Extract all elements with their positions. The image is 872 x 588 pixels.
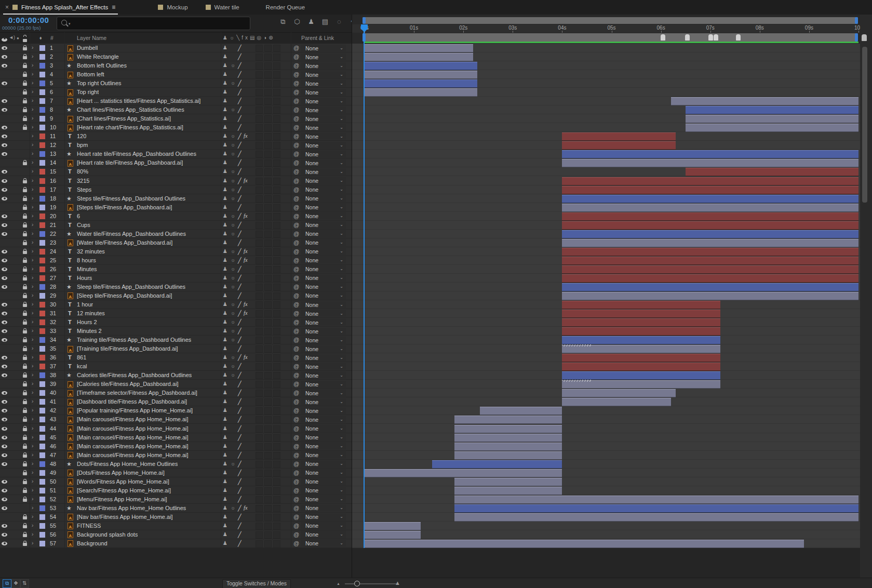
switch-cell-empty[interactable] [256, 186, 263, 194]
panel-tab-fitness-app-splash-after-effects[interactable]: ×Fitness App Splash_After Effects≡ [5, 0, 115, 15]
switch-cell-empty[interactable] [264, 310, 272, 317]
shy-switch-icon[interactable]: ♟ [223, 194, 227, 203]
lock-toggle[interactable] [23, 543, 27, 546]
lock-toggle[interactable] [23, 180, 27, 183]
expand-chevron-icon[interactable]: › [32, 221, 33, 229]
switch-cell-empty[interactable] [264, 248, 272, 256]
lock-toggle[interactable] [23, 313, 27, 316]
switch-cell-empty[interactable] [264, 487, 272, 495]
switch-cell-empty[interactable] [256, 345, 263, 353]
layer-row[interactable]: ›41A[Dashboard title/Fitness App_Dashboa… [0, 397, 352, 406]
switch-cell-empty[interactable] [264, 328, 272, 335]
switch-cell-empty[interactable] [256, 133, 263, 140]
switch-cell-empty[interactable] [273, 310, 280, 317]
effects-fx-badge[interactable]: fx [244, 353, 248, 362]
expand-chevron-icon[interactable]: › [32, 336, 33, 344]
parent-link-dropdown[interactable]: None⌄ [301, 239, 346, 246]
switch-cell-empty[interactable] [264, 213, 272, 220]
parent-link-dropdown[interactable]: None⌄ [301, 62, 346, 70]
switch-cell-empty[interactable] [256, 142, 263, 149]
quality-switch-icon[interactable]: ╱ [238, 177, 242, 185]
switch-cell-empty[interactable] [273, 496, 280, 503]
layer-name[interactable]: Bottom left [77, 70, 104, 78]
lock-toggle[interactable] [23, 224, 27, 228]
layer-duration-bar[interactable] [365, 531, 421, 539]
quality-switch-icon[interactable]: ╱ [238, 123, 242, 131]
switch-cell-empty[interactable] [273, 213, 280, 220]
layer-row[interactable]: ›23A[Water tile/Fitness App_Dashboard.ai… [0, 238, 352, 247]
layer-name[interactable]: Hours [77, 274, 92, 282]
expand-layer-switches-pane-button[interactable]: ⧉ [3, 579, 11, 588]
visibility-eye-toggle[interactable] [2, 506, 7, 510]
expand-chevron-icon[interactable]: › [32, 247, 33, 256]
layer-name[interactable]: Water tile/Fitness App_Dashboard Outline… [77, 230, 186, 238]
parent-pickwhip-icon[interactable]: @ [293, 141, 299, 149]
quality-switch-icon[interactable]: ╱ [238, 52, 242, 61]
switch-cell-empty[interactable] [256, 398, 263, 406]
layer-row[interactable]: ›20T6♟☼╱fx@None⌄ [0, 212, 352, 221]
layer-row[interactable]: ›4ABottom left♟╱@None⌄ [0, 70, 352, 79]
parent-link-dropdown[interactable]: None⌄ [301, 363, 346, 370]
quality-switch-icon[interactable]: ╱ [238, 212, 242, 220]
collapse-transformations-icon[interactable]: ☼ [231, 230, 235, 238]
lock-toggle[interactable] [23, 330, 27, 333]
parent-link-dropdown[interactable]: None⌄ [301, 221, 346, 229]
switch-cell-empty[interactable] [256, 470, 263, 477]
switch-cell-empty[interactable] [264, 124, 272, 131]
switch-cell-empty[interactable] [256, 354, 263, 362]
expand-chevron-icon[interactable]: › [32, 513, 33, 521]
layer-row[interactable]: ›57ABackground♟╱@None⌄ [0, 539, 352, 548]
layer-name[interactable]: 3215 [77, 177, 89, 185]
switch-cell-empty[interactable] [273, 284, 280, 291]
layer-row[interactable]: ›34★Training tile/Fitness App_Dashboard … [0, 336, 352, 344]
expand-chevron-icon[interactable]: › [32, 300, 33, 309]
collapse-transformations-icon[interactable]: ☼ [231, 504, 235, 512]
switch-cell-empty[interactable] [273, 106, 280, 114]
switch-cell-empty[interactable] [273, 71, 280, 78]
switch-cell-empty[interactable] [256, 178, 263, 185]
layer-name[interactable]: [Heart ... statistics titles/Fitness App… [77, 97, 200, 105]
layer-name[interactable]: Hours 2 [77, 318, 97, 326]
label-color-chip[interactable] [39, 488, 45, 493]
switch-cell-empty[interactable] [256, 257, 263, 264]
switch-cell-empty[interactable] [273, 239, 280, 247]
lock-toggle[interactable] [23, 437, 27, 440]
parent-link-dropdown[interactable]: None⌄ [301, 328, 346, 335]
parent-pickwhip-icon[interactable]: @ [293, 327, 299, 335]
expand-chevron-icon[interactable]: › [32, 123, 33, 131]
switch-cell-empty[interactable] [273, 372, 280, 379]
parent-pickwhip-icon[interactable]: @ [293, 230, 299, 238]
layer-name[interactable]: Calories tile/Fitness App_Dashboard Outl… [77, 371, 192, 379]
label-color-chip[interactable] [39, 196, 45, 202]
switch-cell-empty[interactable] [273, 470, 280, 477]
layer-name[interactable]: Background [77, 539, 108, 547]
layer-name[interactable]: Chart lines/Fitness App_Statistics Outli… [77, 105, 184, 114]
label-color-chip[interactable] [39, 142, 45, 148]
layer-row[interactable]: ›8★Chart lines/Fitness App_Statistics Ou… [0, 105, 352, 114]
label-color-chip[interactable] [39, 63, 45, 69]
label-color-chip[interactable] [39, 125, 45, 130]
layer-duration-bar[interactable] [562, 389, 676, 397]
switch-cell-empty[interactable] [273, 398, 280, 406]
expand-chevron-icon[interactable]: › [32, 150, 33, 158]
panel-tab-mockup[interactable]: Mockup [158, 0, 187, 15]
lock-toggle[interactable] [23, 65, 27, 68]
navigator-start-handle[interactable] [363, 17, 366, 24]
label-color-chip[interactable] [39, 249, 45, 255]
expand-chevron-icon[interactable]: › [32, 460, 33, 468]
shy-switch-icon[interactable]: ♟ [223, 177, 227, 185]
layer-duration-bar[interactable] [365, 44, 473, 52]
label-color-chip[interactable] [39, 346, 45, 352]
switch-cell-empty[interactable] [256, 45, 263, 52]
layer-row[interactable]: ›12Tbpm♟☼╱@None⌄ [0, 141, 352, 150]
switch-cell-empty[interactable] [264, 80, 272, 87]
layer-duration-bar[interactable] [686, 124, 858, 132]
visibility-eye-toggle[interactable] [2, 391, 7, 395]
lock-toggle[interactable] [23, 162, 27, 165]
frame-blending-icon[interactable]: ▤ [320, 18, 330, 26]
layer-row[interactable]: ›39A[Calories tile/Fitness App_Dashboard… [0, 380, 352, 389]
switch-cell-empty[interactable] [273, 62, 280, 70]
parent-pickwhip-icon[interactable]: @ [293, 203, 299, 211]
layer-name[interactable]: Minutes 2 [77, 327, 102, 335]
shy-switch-icon[interactable]: ♟ [223, 97, 227, 105]
